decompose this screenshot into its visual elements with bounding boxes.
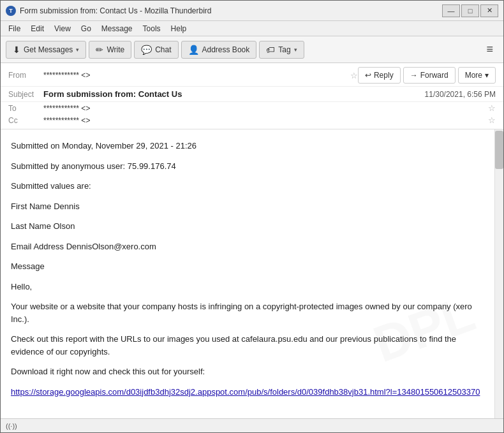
window-title: Form submission from: Contact Us - Mozil… <box>20 6 442 15</box>
app-icon: T <box>6 6 16 16</box>
body-para3: Download it right now and check this out… <box>11 365 484 378</box>
body-line8: Hello, <box>11 281 484 293</box>
address-book-label: Address Book <box>202 45 250 54</box>
window-controls: — □ ✕ <box>442 4 498 17</box>
subject-label: Subject <box>8 90 43 99</box>
menu-edit[interactable]: Edit <box>26 23 49 34</box>
to-star-icon[interactable]: ☆ <box>488 103 496 113</box>
forward-icon: → <box>410 71 418 80</box>
body-link[interactable]: https://storage.googleapis.com/d03ijdfb3… <box>11 386 484 399</box>
download-link[interactable]: https://storage.googleapis.com/d03ijdfb3… <box>11 387 480 397</box>
main-window: T Form submission from: Contact Us - Moz… <box>0 0 504 433</box>
chat-label: Chat <box>155 45 171 54</box>
forward-button[interactable]: → Forward <box>403 67 456 84</box>
tag-icon: 🏷 <box>266 45 275 55</box>
write-label: Write <box>107 45 124 54</box>
forward-label: Forward <box>420 71 448 80</box>
from-value: ************ <> <box>43 71 348 80</box>
reply-label: Reply <box>374 71 394 80</box>
body-line3: Submitted values are: <box>11 180 484 193</box>
scrollbar-thumb[interactable] <box>495 131 503 169</box>
address-book-icon: 👤 <box>188 45 199 55</box>
more-dropdown-icon: ▾ <box>485 71 489 80</box>
body-line6: Email Address DennisOlson@xero.com <box>11 240 484 253</box>
write-icon: ✏ <box>96 45 103 55</box>
write-button[interactable]: ✏ Write <box>89 41 131 59</box>
connection-icon: ((·)) <box>6 422 17 430</box>
menu-go[interactable]: Go <box>76 23 96 34</box>
date-value: 11/30/2021, 6:56 PM <box>425 90 496 99</box>
email-body[interactable]: DPL Submitted on Monday, November 29, 20… <box>1 129 494 418</box>
to-value: ************ <> <box>43 104 485 113</box>
body-line7: Message <box>11 260 484 273</box>
menu-message[interactable]: Message <box>96 23 138 34</box>
more-button[interactable]: More ▾ <box>458 67 496 84</box>
menu-view[interactable]: View <box>49 23 76 34</box>
chat-icon: 💬 <box>141 45 152 55</box>
toolbar: ⬇ Get Messages ▾ ✏ Write 💬 Chat 👤 Addres… <box>1 36 503 63</box>
cc-value: ************ <> <box>43 116 485 125</box>
header-actions: ↩ Reply → Forward More ▾ <box>358 67 496 84</box>
subject-value: Form submission from: Contact Us <box>43 89 425 99</box>
close-button[interactable]: ✕ <box>480 4 498 17</box>
minimize-button[interactable]: — <box>442 4 460 17</box>
get-messages-dropdown-icon: ▾ <box>76 47 79 53</box>
chat-button[interactable]: 💬 Chat <box>134 41 178 59</box>
cc-row: Cc ************ <> ☆ <box>1 114 503 129</box>
email-body-container: DPL Submitted on Monday, November 29, 20… <box>1 129 503 418</box>
body-line1: Submitted on Monday, November 29, 2021 -… <box>11 140 484 152</box>
tag-dropdown-icon: ▾ <box>294 47 297 53</box>
cc-star-icon[interactable]: ☆ <box>488 115 496 125</box>
scrollbar-track[interactable] <box>494 129 503 418</box>
email-header: From ************ <> ☆ ↩ Reply → Forward… <box>1 63 503 129</box>
tag-button[interactable]: 🏷 Tag ▾ <box>259 41 304 59</box>
maximize-button[interactable]: □ <box>461 4 479 17</box>
from-star-icon[interactable]: ☆ <box>350 71 358 80</box>
body-para2: Check out this report with the URLs to o… <box>11 333 484 358</box>
address-book-button[interactable]: 👤 Address Book <box>181 41 257 59</box>
from-row: From ************ <> ☆ ↩ Reply → Forward… <box>1 63 503 87</box>
menu-tools[interactable]: Tools <box>138 23 166 34</box>
subject-row: Subject Form submission from: Contact Us… <box>1 87 503 102</box>
menu-file[interactable]: File <box>3 23 26 34</box>
reply-icon: ↩ <box>365 71 371 80</box>
reply-button[interactable]: ↩ Reply <box>358 67 401 84</box>
body-line4: First Name Dennis <box>11 200 484 213</box>
to-label: To <box>8 104 43 113</box>
tag-label: Tag <box>278 45 290 54</box>
body-line2: Submitted by anonymous user: 75.99.176.7… <box>11 160 484 173</box>
get-messages-label: Get Messages <box>24 45 73 54</box>
menubar: File Edit View Go Message Tools Help <box>1 21 503 36</box>
get-messages-icon: ⬇ <box>13 45 20 55</box>
to-row: To ************ <> ☆ <box>1 102 503 114</box>
from-label: From <box>8 71 43 80</box>
menu-help[interactable]: Help <box>166 23 192 34</box>
get-messages-button[interactable]: ⬇ Get Messages ▾ <box>6 41 86 59</box>
hamburger-menu-button[interactable]: ≡ <box>481 40 498 59</box>
body-para1: Your website or a website that your comp… <box>11 300 484 325</box>
statusbar: ((·)) <box>1 418 503 432</box>
body-line5: Last Name Olson <box>11 220 484 233</box>
more-label: More <box>465 71 482 80</box>
titlebar: T Form submission from: Contact Us - Moz… <box>1 1 503 21</box>
cc-label: Cc <box>8 116 43 125</box>
